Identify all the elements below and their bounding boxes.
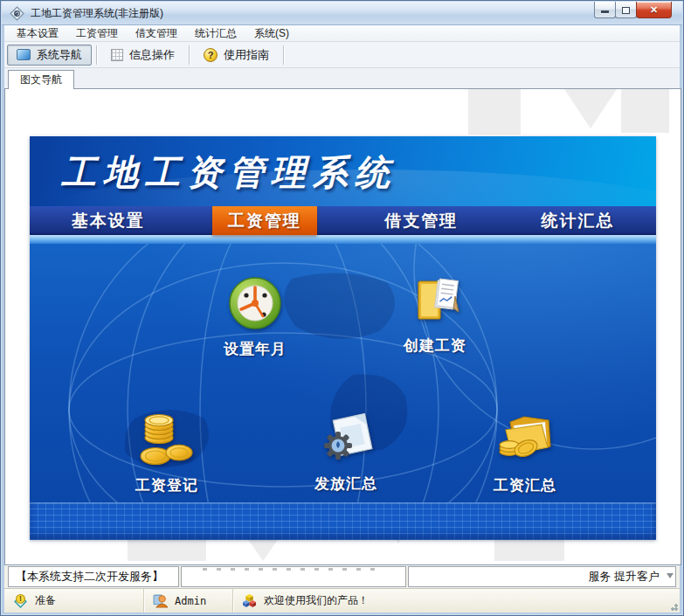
close-button[interactable]: ✕	[636, 2, 672, 18]
status-welcome-text: 欢迎使用我们的产品！	[264, 593, 369, 608]
tile-texture-strip	[30, 502, 656, 540]
app-window: 工地工资管理系统(非注册版) ✕ 基本设置 工资管理 借支管理 统计汇总 系统(…	[0, 0, 684, 616]
close-icon: ✕	[650, 4, 658, 16]
marquee-bar: 【本系统支持二次开发服务】 服务 提升客户	[4, 566, 680, 587]
home-tab-label: 基本设置	[56, 206, 161, 235]
folder-document-icon	[408, 273, 462, 328]
toolbar-user-guide-button[interactable]: ? 使用指南	[194, 45, 279, 66]
home-tab-statistics[interactable]: 统计汇总	[500, 206, 656, 235]
shortcut-set-year-month[interactable]: 设置年月	[198, 275, 312, 359]
shortcut-label: 工资汇总	[468, 475, 582, 495]
maximize-icon	[622, 7, 630, 14]
help-glyph: ?	[208, 50, 214, 60]
titlebar[interactable]: 工地工资管理系统(非注册版) ✕	[2, 2, 682, 25]
navigator-icon	[17, 49, 31, 60]
banner: 工地工资管理系统	[30, 136, 656, 206]
window-title: 工地工资管理系统(非注册版)	[31, 2, 163, 25]
status-ready-text: 准备	[35, 593, 56, 608]
shortcut-create-wage[interactable]: 创建工资	[378, 273, 492, 356]
home-main-area: 设置年月	[30, 244, 656, 502]
minimize-icon	[601, 10, 609, 13]
toolbar-separator	[283, 45, 284, 65]
menu-loan-management[interactable]: 借支管理	[127, 24, 186, 43]
toolbar-button-label: 系统导航	[37, 47, 82, 63]
gear-document-icon	[319, 412, 373, 466]
status-username: Admin	[175, 595, 206, 607]
statusbar: ! 准备 Admin 欢迎使用我们的产	[4, 588, 680, 613]
toolbar-button-label: 使用指南	[224, 47, 269, 63]
shortcut-label: 创建工资	[378, 336, 492, 356]
menu-system[interactable]: 系统(S)	[245, 24, 298, 43]
status-user-section: Admin	[144, 589, 233, 613]
gold-coins-icon	[137, 408, 197, 467]
marquee-middle-cell	[181, 566, 406, 587]
home-tab-label: 工资管理	[212, 206, 317, 235]
toolbar-info-operation-button[interactable]: 信息操作	[101, 45, 184, 66]
chevron-down-icon[interactable]	[667, 573, 674, 578]
info-grid-icon	[111, 49, 123, 61]
marquee-right-cell: 服务 提升客户	[408, 566, 676, 587]
home-tab-label: 借支管理	[369, 206, 473, 235]
toolbar-separator	[189, 45, 190, 65]
marquee-right-text: 服务 提升客户	[588, 567, 660, 586]
banner-title: 工地工资管理系统	[61, 149, 397, 197]
toolbar: 系统导航 信息操作 ? 使用指南	[4, 42, 680, 68]
marquee-clipped-text	[203, 568, 379, 571]
home-tab-label: 统计汇总	[525, 206, 630, 235]
shortcut-payout-summary[interactable]: 发放汇总	[289, 412, 403, 494]
marquee-left-text: 【本系统支持二次开发服务】	[8, 566, 179, 587]
help-icon: ?	[204, 48, 218, 62]
shortcut-label: 工资登记	[110, 475, 224, 495]
shortcut-label: 设置年月	[198, 339, 312, 359]
shortcut-wage-summary[interactable]: 工资汇总	[468, 406, 582, 495]
caption-buttons: ✕	[595, 2, 672, 18]
maximize-button[interactable]	[615, 2, 637, 18]
home-tab-loan-management[interactable]: 借支管理	[343, 206, 500, 235]
minimize-button[interactable]	[594, 2, 616, 18]
shortcut-label: 发放汇总	[289, 474, 403, 494]
menu-wage-management[interactable]: 工资管理	[67, 24, 127, 43]
folder-coins-icon	[494, 406, 556, 467]
home-panel: 工地工资管理系统 基本设置 工资管理 借支管理 统计汇总	[30, 136, 656, 540]
svg-text:!: !	[19, 594, 22, 603]
status-welcome-section: 欢迎使用我们的产品！	[233, 589, 680, 613]
menubar: 基本设置 工资管理 借支管理 统计汇总 系统(S)	[4, 25, 680, 42]
product-cubes-icon	[242, 593, 257, 608]
user-icon	[153, 593, 168, 608]
content-panel: 工地工资管理系统 基本设置 工资管理 借支管理 统计汇总	[4, 88, 681, 565]
tab-graphic-navigation[interactable]: 图文导航	[8, 70, 74, 89]
home-tab-wage-management[interactable]: 工资管理	[186, 206, 342, 235]
ready-alert-icon: !	[13, 593, 28, 608]
home-tab-basic-settings[interactable]: 基本设置	[30, 206, 186, 235]
toolbar-system-navigation-button[interactable]: 系统导航	[7, 45, 92, 66]
toolbar-button-label: 信息操作	[129, 47, 175, 63]
toolbar-separator	[96, 45, 97, 65]
status-ready-section: ! 准备	[4, 589, 144, 613]
clock-icon	[227, 275, 283, 331]
nav-highlight-strip	[30, 235, 656, 244]
menu-statistics[interactable]: 统计汇总	[186, 24, 245, 43]
menu-basic-settings[interactable]: 基本设置	[8, 24, 67, 43]
shortcut-wage-registration[interactable]: 工资登记	[110, 408, 224, 495]
resize-grip[interactable]	[667, 600, 678, 611]
home-nav-tabs: 基本设置 工资管理 借支管理 统计汇总	[30, 206, 656, 235]
app-icon	[10, 6, 24, 21]
